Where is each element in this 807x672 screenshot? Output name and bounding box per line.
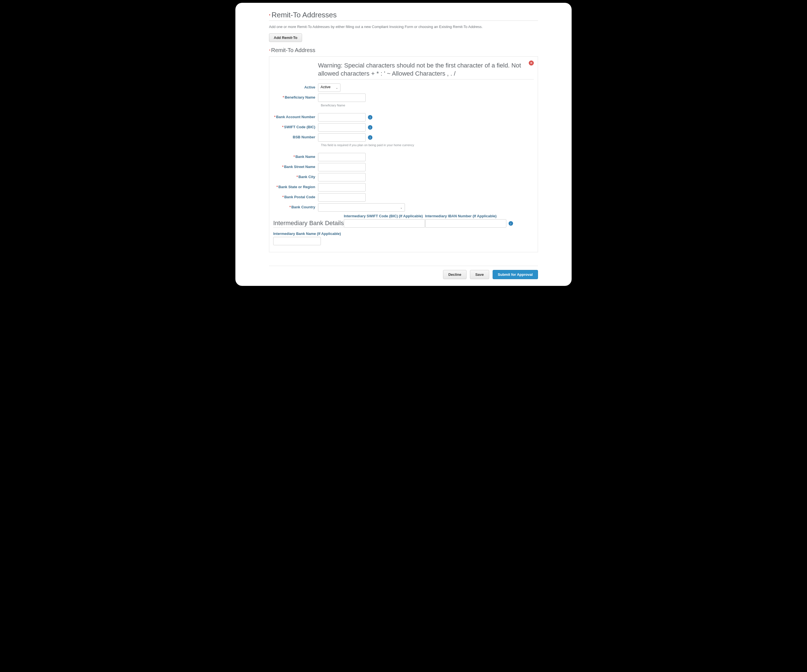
intermediary-iban-col: Intermediary IBAN Number (If Applicable)… bbox=[425, 214, 513, 228]
footer-actions: Decline Save Submit for Approval bbox=[269, 270, 538, 279]
intermediary-swift-input[interactable] bbox=[344, 219, 425, 228]
label-bank-city: *Bank City bbox=[273, 173, 318, 179]
subheading-row: * Remit-To Address bbox=[269, 47, 538, 53]
row-bsb-number: BSB Number i bbox=[273, 133, 534, 142]
label-active: Active bbox=[273, 83, 318, 89]
label-bank-postal: *Bank Postal Code bbox=[273, 193, 318, 199]
app-window: • Remit-To Addresses Add one or more Rem… bbox=[235, 3, 572, 286]
intermediary-row: Intermediary Bank Details Intermediary S… bbox=[273, 214, 534, 228]
row-bank-postal: *Bank Postal Code bbox=[273, 193, 534, 202]
label-intermediary-swift: Intermediary SWIFT Code (BIC) (If Applic… bbox=[344, 214, 425, 218]
row-bank-country: *Bank Country ⌄ bbox=[273, 203, 534, 212]
beneficiary-name-input[interactable] bbox=[318, 94, 366, 102]
content-area: • Remit-To Addresses Add one or more Rem… bbox=[235, 11, 572, 279]
swift-code-input[interactable] bbox=[318, 123, 366, 132]
required-dot-icon: • bbox=[269, 13, 271, 17]
label-intermediary-iban: Intermediary IBAN Number (If Applicable) bbox=[425, 214, 513, 218]
bank-street-input[interactable] bbox=[318, 163, 366, 171]
bank-city-input[interactable] bbox=[318, 173, 366, 181]
warning-row: Warning: Special characters should not b… bbox=[318, 61, 534, 79]
intermediary-iban-input[interactable] bbox=[425, 219, 506, 228]
row-bank-state: *Bank State or Region bbox=[273, 183, 534, 192]
submit-for-approval-button[interactable]: Submit for Approval bbox=[493, 270, 538, 279]
section-title: Remit-To Addresses bbox=[272, 11, 337, 19]
label-beneficiary-name: *Beneficiary Name bbox=[273, 94, 318, 99]
label-bsb-number: BSB Number bbox=[273, 133, 318, 139]
section-header: • Remit-To Addresses bbox=[269, 11, 538, 21]
chevron-down-icon: ⌄ bbox=[400, 206, 402, 209]
active-select-value: Active bbox=[320, 85, 330, 89]
label-swift-code: *SWIFT Code (BIC) bbox=[273, 123, 318, 129]
label-bank-state: *Bank State or Region bbox=[273, 183, 318, 189]
row-bank-name: *Bank Name bbox=[273, 153, 534, 161]
remit-to-address-subtitle: Remit-To Address bbox=[271, 47, 315, 53]
chevron-down-icon: ⌄ bbox=[336, 86, 338, 89]
footer-separator bbox=[269, 266, 538, 266]
bank-name-input[interactable] bbox=[318, 153, 366, 161]
add-remit-to-button[interactable]: Add Remit-To bbox=[269, 33, 302, 42]
intermediary-swift-col: Intermediary SWIFT Code (BIC) (If Applic… bbox=[344, 214, 425, 228]
label-bank-country: *Bank Country bbox=[273, 203, 318, 209]
close-icon[interactable]: ✕ bbox=[529, 61, 534, 66]
helper-bsb-number: This field is required if you plan on be… bbox=[321, 143, 534, 147]
row-bank-street: *Bank Street Name bbox=[273, 163, 534, 171]
bank-postal-input[interactable] bbox=[318, 193, 366, 202]
intermediary-title: Intermediary Bank Details bbox=[273, 220, 344, 228]
row-swift-code: *SWIFT Code (BIC) i bbox=[273, 123, 534, 132]
active-select[interactable]: Active ⌄ bbox=[318, 83, 340, 92]
intermediary-bank-name-input[interactable] bbox=[273, 237, 321, 245]
row-beneficiary-name: *Beneficiary Name bbox=[273, 94, 534, 102]
decline-button[interactable]: Decline bbox=[443, 270, 467, 279]
required-star-icon: * bbox=[269, 48, 271, 53]
label-intermediary-bank-name: Intermediary Bank Name (If Applicable) bbox=[273, 232, 534, 236]
bsb-number-input[interactable] bbox=[318, 133, 366, 142]
label-bank-name: *Bank Name bbox=[273, 153, 318, 159]
info-icon[interactable]: i bbox=[508, 221, 513, 226]
warning-text: Warning: Special characters should not b… bbox=[318, 61, 527, 78]
info-icon[interactable]: i bbox=[368, 125, 372, 130]
bank-country-select[interactable]: ⌄ bbox=[318, 203, 405, 212]
label-bank-account-number: *Bank Account Number bbox=[273, 113, 318, 119]
intermediary-bank-name-block: Intermediary Bank Name (If Applicable) bbox=[273, 232, 534, 245]
bank-account-number-input[interactable] bbox=[318, 113, 366, 121]
helper-beneficiary-name: Beneficiary Name bbox=[321, 104, 534, 107]
row-active: Active Active ⌄ bbox=[273, 83, 534, 92]
save-button[interactable]: Save bbox=[470, 270, 489, 279]
row-bank-city: *Bank City bbox=[273, 173, 534, 181]
remit-to-form: Warning: Special characters should not b… bbox=[269, 56, 538, 252]
label-bank-street: *Bank Street Name bbox=[273, 163, 318, 169]
info-icon[interactable]: i bbox=[368, 135, 372, 140]
info-icon[interactable]: i bbox=[368, 115, 372, 119]
section-description: Add one or more Remit-To Addresses by ei… bbox=[269, 25, 538, 29]
bank-state-input[interactable] bbox=[318, 183, 366, 192]
row-bank-account-number: *Bank Account Number i bbox=[273, 113, 534, 121]
